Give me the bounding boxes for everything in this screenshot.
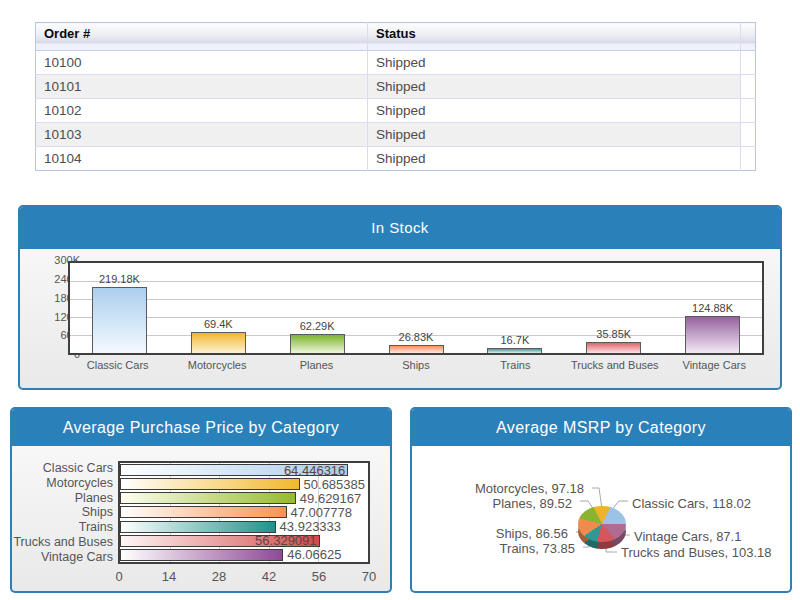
category-label: Vintage Cars	[12, 550, 113, 564]
bar-value-label: 62.29K	[300, 320, 335, 332]
bar-vintage-cars	[685, 316, 740, 353]
bar-value-label: 46.06625	[287, 547, 341, 562]
pie-label-vintage-cars: Vintage Cars, 87.1	[634, 529, 741, 544]
bar-value-label: 47.007778	[291, 505, 352, 520]
bar-trains	[120, 521, 276, 533]
status-cell: Shipped	[368, 147, 741, 171]
x-tick: 56	[312, 569, 326, 584]
panel-title: Average MSRP by Category	[412, 409, 790, 446]
in-stock-panel: In Stock 300K 240K 180K 120K 60K 0 219.1…	[18, 205, 782, 390]
bars: 64.446316 50.685385 49.629167 47.007778 …	[120, 463, 368, 562]
pie-label-ships: Ships, 86.56	[496, 526, 568, 541]
column-header-status[interactable]: Status	[368, 23, 741, 51]
bar-value-label: 49.629167	[300, 491, 361, 506]
bar-value-label: 124.88K	[692, 302, 733, 314]
category-label: Classic Cars	[68, 359, 167, 371]
avg-msrp-panel: Average MSRP by Category Motorcycles, 97…	[410, 407, 792, 593]
bar-ships	[120, 506, 287, 518]
bar-value-label: 56.329091	[255, 533, 318, 548]
avg-purchase-price-panel: Average Purchase Price by Category Class…	[10, 407, 392, 593]
pie-chart	[578, 506, 626, 542]
pie-label-planes: Planes, 89.52	[492, 496, 572, 511]
bar-classic-cars	[92, 287, 147, 353]
bar-motorcycles	[120, 478, 300, 490]
bar-trucks-and-buses: 56.329091	[120, 535, 320, 547]
table-row[interactable]: 10104 Shipped	[36, 147, 756, 171]
bar-trains	[487, 348, 542, 353]
bar-classic-cars: 64.446316	[120, 464, 348, 476]
category-label: Planes	[267, 359, 366, 371]
order-number-cell: 10103	[36, 123, 368, 147]
status-cell: Shipped	[368, 51, 741, 75]
bars: 219.18K 69.4K 62.29K 26.83K 16.7K 35.85K…	[70, 263, 762, 353]
orders-table-header-row: Order # Status	[36, 23, 756, 51]
bar-value-label: 50.685385	[304, 477, 365, 492]
status-cell: Shipped	[368, 75, 741, 99]
bar-value-label: 43.923333	[280, 519, 341, 534]
bar-value-label: 69.4K	[204, 318, 233, 330]
bar-value-label: 26.83K	[399, 331, 434, 343]
panel-title: In Stock	[20, 207, 780, 249]
bar-value-label: 64.446316	[284, 463, 347, 478]
bar-planes	[120, 492, 296, 504]
hbar-chart-plot-area: 64.446316 50.685385 49.629167 47.007778 …	[118, 461, 370, 564]
status-cell: Shipped	[368, 99, 741, 123]
bar-value-label: 16.7K	[500, 334, 529, 346]
pie-label-trucks-and-buses: Trucks and Buses, 103.18	[621, 545, 772, 560]
order-number-cell: 10104	[36, 147, 368, 171]
x-tick: 14	[162, 569, 176, 584]
category-label: Ships	[366, 359, 465, 371]
x-axis-category-labels: Classic Cars Motorcycles Planes Ships Tr…	[68, 359, 764, 371]
y-axis-category-labels: Classic Cars Motorcycles Planes Ships Tr…	[12, 461, 113, 564]
category-label: Motorcycles	[12, 476, 113, 490]
pie-label-trains: Trains, 73.85	[500, 541, 575, 556]
panel-title: Average Purchase Price by Category	[12, 409, 390, 446]
table-row[interactable]: 10103 Shipped	[36, 123, 756, 147]
x-tick: 42	[262, 569, 276, 584]
category-label: Trains	[466, 359, 565, 371]
category-label: Planes	[12, 491, 113, 505]
orders-table: Order # Status 10100 Shipped 10101 Shipp…	[35, 22, 756, 171]
x-tick: 0	[115, 569, 122, 584]
bar-trucks-and-buses	[586, 342, 641, 353]
column-header-order[interactable]: Order #	[36, 23, 368, 51]
bar-value-label: 219.18K	[99, 273, 140, 285]
pie-label-motorcycles: Motorcycles, 97.18	[475, 481, 584, 496]
table-row[interactable]: 10101 Shipped	[36, 75, 756, 99]
pie-label-classic-cars: Classic Cars, 118.02	[632, 496, 751, 511]
category-label: Trucks and Buses	[565, 359, 664, 371]
table-row[interactable]: 10100 Shipped	[36, 51, 756, 75]
table-row[interactable]: 10102 Shipped	[36, 99, 756, 123]
bar-motorcycles	[191, 332, 246, 353]
bar-planes	[290, 334, 345, 353]
order-number-cell: 10100	[36, 51, 368, 75]
column-header-spacer	[741, 23, 756, 51]
status-cell: Shipped	[368, 123, 741, 147]
category-label: Motorcycles	[168, 359, 267, 371]
order-number-cell: 10102	[36, 99, 368, 123]
category-label: Classic Cars	[12, 461, 113, 475]
bar-ships	[389, 345, 444, 353]
order-number-cell: 10101	[36, 75, 368, 99]
category-label: Vintage Cars	[665, 359, 764, 371]
category-label: Trains	[12, 520, 113, 534]
bar-vintage-cars	[120, 549, 283, 561]
x-tick: 70	[362, 569, 376, 584]
bar-chart-plot-area: 219.18K 69.4K 62.29K 26.83K 16.7K 35.85K…	[68, 261, 764, 355]
x-tick: 28	[212, 569, 226, 584]
category-label: Trucks and Buses	[12, 535, 113, 549]
category-label: Ships	[12, 505, 113, 519]
bar-value-label: 35.85K	[596, 328, 631, 340]
